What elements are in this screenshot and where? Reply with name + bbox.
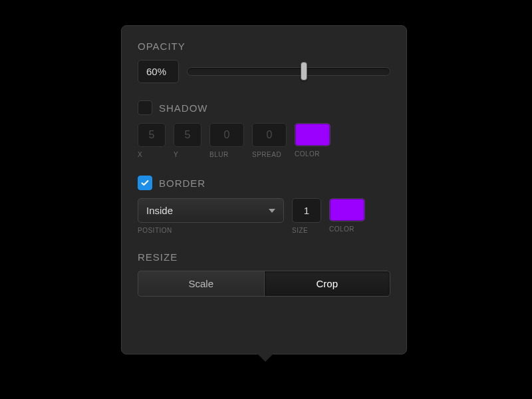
shadow-checkbox[interactable] <box>138 100 152 115</box>
shadow-color-swatch[interactable] <box>295 123 331 146</box>
border-size-label: SIZE <box>292 227 321 234</box>
shadow-section: SHADOW 5 X 5 Y 0 BLUR 0 SPREAD COLOR <box>138 100 390 158</box>
shadow-inputs-row: 5 X 5 Y 0 BLUR 0 SPREAD COLOR <box>138 123 390 158</box>
panel-tail-icon <box>256 352 275 362</box>
border-position-select[interactable]: Inside <box>138 198 284 223</box>
shadow-x-field: 5 X <box>138 123 166 158</box>
border-checkbox[interactable] <box>138 176 152 190</box>
shadow-spread-field: 0 SPREAD <box>252 123 287 158</box>
resize-scale-button[interactable]: Scale <box>138 271 264 297</box>
shadow-title: SHADOW <box>159 102 208 114</box>
border-position-field: Inside POSITION <box>138 198 284 234</box>
resize-segmented: Scale Crop <box>138 271 390 297</box>
shadow-header: SHADOW <box>138 100 390 115</box>
shadow-x-input[interactable]: 5 <box>138 123 166 147</box>
chevron-down-icon <box>269 209 275 213</box>
border-header: BORDER <box>138 176 390 190</box>
border-position-label: POSITION <box>138 227 284 234</box>
opacity-section: OPACITY 60% <box>138 41 390 83</box>
check-icon <box>140 178 150 188</box>
border-position-value: Inside <box>146 205 173 216</box>
resize-section: RESIZE Scale Crop <box>138 251 390 297</box>
opacity-row: 60% <box>138 60 390 83</box>
shadow-y-field: 5 Y <box>174 123 201 158</box>
shadow-blur-field: 0 BLUR <box>209 123 244 158</box>
shadow-y-input[interactable]: 5 <box>174 123 201 147</box>
opacity-slider[interactable] <box>187 66 390 78</box>
opacity-title: OPACITY <box>138 41 390 52</box>
border-title: BORDER <box>159 178 205 189</box>
shadow-spread-label: SPREAD <box>252 151 287 158</box>
border-size-input[interactable]: 1 <box>292 198 321 223</box>
opacity-value-input[interactable]: 60% <box>138 60 179 83</box>
border-size-field: 1 SIZE <box>292 198 321 234</box>
shadow-color-label: COLOR <box>295 150 331 158</box>
border-inputs-row: Inside POSITION 1 SIZE COLOR <box>138 198 390 234</box>
opacity-slider-track <box>187 67 390 76</box>
border-color-field: COLOR <box>329 198 365 234</box>
shadow-color-field: COLOR <box>295 123 331 158</box>
border-color-swatch[interactable] <box>329 198 365 221</box>
border-color-label: COLOR <box>329 225 365 233</box>
shadow-x-label: X <box>138 151 166 158</box>
shadow-spread-input[interactable]: 0 <box>252 123 287 147</box>
border-section: BORDER Inside POSITION 1 SIZE COLOR <box>138 176 390 234</box>
shadow-blur-label: BLUR <box>209 151 244 158</box>
shadow-y-label: Y <box>174 151 201 158</box>
resize-title: RESIZE <box>138 251 390 263</box>
opacity-slider-thumb[interactable] <box>301 62 307 80</box>
resize-crop-button[interactable]: Crop <box>264 271 391 297</box>
properties-panel: OPACITY 60% SHADOW 5 X 5 Y 0 BL <box>121 25 407 354</box>
shadow-blur-input[interactable]: 0 <box>209 123 244 147</box>
